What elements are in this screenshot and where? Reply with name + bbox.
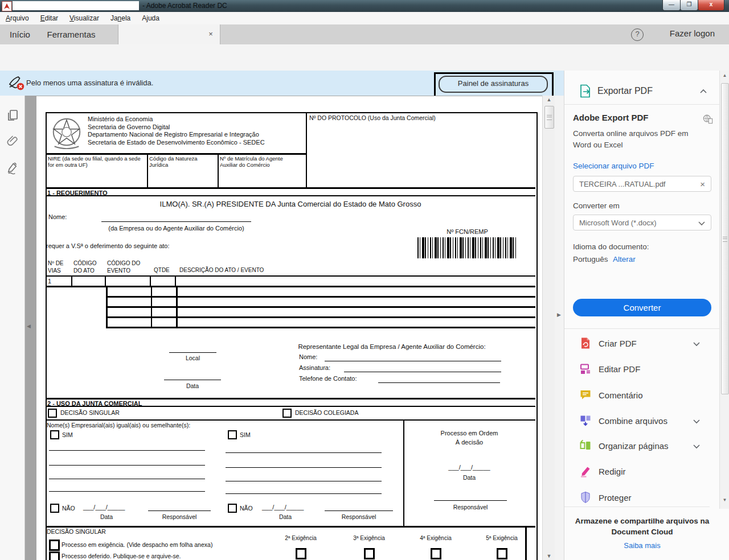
acrobat-app-icon <box>2 1 12 11</box>
decisao-singular-2-label: DECISÃO SINGULAR <box>47 528 106 535</box>
language-label: Idioma do documento: <box>573 242 649 251</box>
rep-telefone-label: Telefone de Contato: <box>299 375 357 382</box>
nao-label-1: NÃO <box>62 505 75 512</box>
scrollbar-thumb[interactable] <box>544 106 554 129</box>
name-line <box>226 444 382 453</box>
select-file-link[interactable]: Selecionar arquivo PDF <box>573 162 654 170</box>
tool-combine-arquivos[interactable]: Combine arquivos <box>564 413 719 430</box>
selected-file-name: TERCEIRA ...RATUAL.pdf <box>579 180 665 188</box>
exigencia-2-checkbox <box>296 548 306 559</box>
minimize-button[interactable]: — <box>662 0 681 11</box>
document-cloud-promo: Document Cloud <box>573 526 711 537</box>
scroll-up-arrow[interactable]: ▲ <box>543 97 555 102</box>
rep-assinatura-line <box>344 364 501 372</box>
panel-title[interactable]: Exportar PDF <box>597 86 653 96</box>
sidebar-collapse-arrow[interactable]: ◀ <box>27 323 31 329</box>
export-pdf-icon <box>579 84 592 98</box>
title-bar: - Adobe Acrobat Reader DC — ❐ x <box>0 0 729 13</box>
nomes-question: Nome(s) Empresarial(ais) igual(ais) ou s… <box>47 422 190 429</box>
tab-document[interactable]: × <box>118 24 220 44</box>
form-divider <box>525 526 527 560</box>
section1-title: 1 - REQUERIMENTO <box>47 190 108 196</box>
name-line <box>49 442 205 451</box>
menu-ajuda[interactable]: Ajuda <box>136 13 165 24</box>
exigencia-3-label: 3ª Exigência <box>349 535 389 541</box>
panel-scrollbar[interactable]: ▲ ▼ <box>719 71 729 509</box>
organize-pages-icon <box>579 439 592 452</box>
attachments-button[interactable] <box>5 134 20 149</box>
selected-file-box[interactable]: TERCEIRA ...RATUAL.pdf × <box>573 176 711 192</box>
tab-bar: Início Ferramentas × ? Fazer logon <box>0 24 729 45</box>
matricula-agente-label: Nº de Matrícula do Agente Auxiliar do Co… <box>220 155 300 168</box>
tool-redigir[interactable]: Redigir <box>564 464 719 481</box>
natureza-juridica-label: Código da Natureza Jurídica <box>149 155 213 168</box>
col-ato: CÓDIGO <box>73 260 97 267</box>
close-button[interactable]: x <box>698 0 724 11</box>
fcn-barcode <box>417 237 517 258</box>
menu-visualizar[interactable]: Visualizar <box>64 13 105 24</box>
scroll-down-arrow[interactable]: ▼ <box>720 497 729 503</box>
page-thumbnails-button[interactable] <box>5 108 20 123</box>
tool-proteger[interactable]: Proteger <box>564 490 719 507</box>
form-divider <box>306 112 307 188</box>
tab-close-icon[interactable]: × <box>206 30 215 39</box>
menu-arquivo[interactable]: Arquivo <box>0 13 35 24</box>
remove-file-icon[interactable]: × <box>700 179 705 189</box>
tool-comentario[interactable]: Comentário <box>564 388 719 405</box>
nire-label: NIRE (da sede ou filial, quando a sede f… <box>48 155 144 168</box>
decisao-singular-label: DECISÃO SINGULAR <box>60 409 120 416</box>
sign-in-link[interactable]: Fazer logon <box>670 28 715 38</box>
signature-pen-icon <box>6 162 20 175</box>
date-blank-1: ___/___/_____ <box>83 504 125 510</box>
pages-icon <box>6 109 19 122</box>
nome-blank-line <box>101 213 251 222</box>
export-heading: Adobe Export PDF <box>573 113 649 122</box>
document-toolbar: 1 / 12 98% C <box>0 44 729 71</box>
exigencia-4-checkbox <box>431 548 441 559</box>
scrollbar-thumb[interactable] <box>721 83 729 394</box>
form-divider <box>46 153 306 155</box>
col-evento: CÓDIGO DO <box>107 260 140 267</box>
decisao-colegiada-checkbox <box>282 409 292 418</box>
data-label: Data <box>83 513 130 520</box>
sim-checkbox-1 <box>50 430 59 439</box>
menu-janela[interactable]: Janela <box>105 13 136 24</box>
col-evento: EVENTO <box>107 267 140 274</box>
menu-editar[interactable]: Editar <box>35 13 64 24</box>
date-blank-2: ___/___/_____ <box>262 504 304 510</box>
tool-editar-pdf[interactable]: Editar PDF <box>564 361 719 378</box>
exigencia-4-label: 4ª Exigência <box>416 535 456 541</box>
edit-pdf-icon <box>579 363 592 375</box>
tool-criar-pdf[interactable]: Criar PDF <box>564 336 719 353</box>
scroll-up-arrow[interactable]: ▲ <box>720 73 729 78</box>
combine-files-icon <box>579 414 592 427</box>
local-blank-line <box>169 344 216 353</box>
convert-button[interactable]: Converter <box>573 299 711 316</box>
help-icon[interactable]: ? <box>631 28 644 41</box>
data-label: Data <box>164 382 221 389</box>
change-language-link[interactable]: Alterar <box>613 255 636 263</box>
tool-organizar-paginas[interactable]: Organizar páginas <box>564 438 719 455</box>
name-line <box>226 473 382 481</box>
tab-ferramentas[interactable]: Ferramentas <box>40 24 103 44</box>
chevron-up-icon[interactable] <box>700 89 707 93</box>
panel-expand-arrow[interactable]: ▶ <box>557 312 561 318</box>
window-title: - Adobe Acrobat Reader DC <box>142 2 227 10</box>
scroll-down-arrow[interactable]: ▼ <box>543 553 555 559</box>
name-line <box>49 471 205 479</box>
signatures-panel-button[interactable] <box>5 161 20 176</box>
name-line <box>49 483 205 492</box>
rep-nome-label: Nome: <box>299 353 317 360</box>
comment-tool-icon <box>579 389 592 401</box>
format-dropdown[interactable]: Microsoft Word (*.docx) <box>573 215 711 230</box>
rep-telefone-line <box>378 374 500 383</box>
fcn-remp-label: Nº FCN/REMP <box>417 228 517 235</box>
form-divider <box>147 153 148 188</box>
maximize-button[interactable]: ❐ <box>680 0 698 11</box>
responsavel-line <box>148 503 211 511</box>
tab-inicio[interactable]: Início <box>0 24 40 44</box>
learn-more-link[interactable]: Saiba mais <box>573 541 711 550</box>
processo-exigencia-checkbox <box>49 540 60 551</box>
acrobat-window: - Adobe Acrobat Reader DC — ❐ x Arquivo … <box>0 0 729 560</box>
document-scrollbar[interactable]: ▲ ▼ <box>542 96 555 560</box>
